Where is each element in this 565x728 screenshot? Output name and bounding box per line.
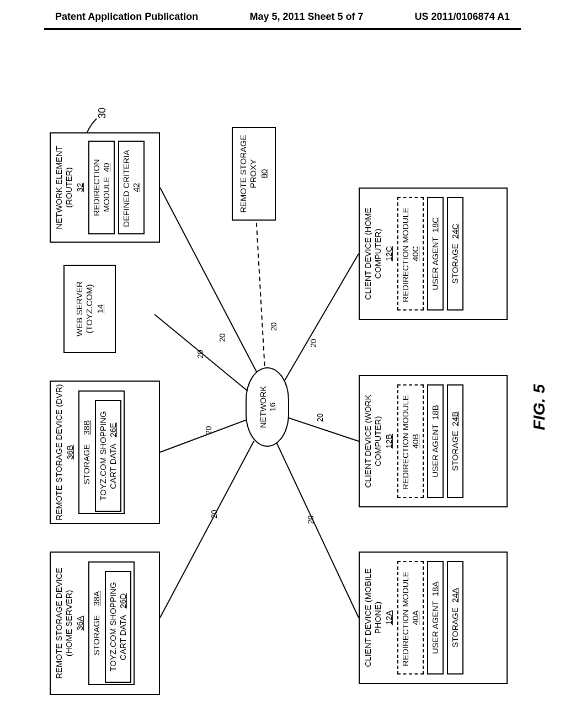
netelem-title: NETWORK ELEMENT (ROUTER) [54,136,74,239]
client-device-c: CLIENT DEVICE (HOME COMPUTER) 12C REDIRE… [359,188,508,320]
conn-label-1: 20 [210,510,218,518]
rsd-b-storage-ref: 38B [82,420,91,435]
rsd-b-data: TOYZ.COM SHOPPING CART DATA 26E [95,400,121,511]
svg-line-1 [160,419,248,452]
figure-area: 20 20 20 20 20 20 20 20 30 REMOTE STORAG… [0,66,565,728]
client-a-ua-ref: 18A [430,581,440,596]
figure-caption: FIG. 5 [530,384,548,430]
web-server-title: WEB SERVER (TOYZ.COM) [74,268,94,350]
client-b-redir: REDIRECTION MODULE 40B [397,384,424,497]
client-b-redir-label: REDIRECTION MODULE [401,395,410,490]
netelem-redir-ref: 40 [102,163,111,172]
client-c-redir: REDIRECTION MODULE 40C [397,197,424,310]
remote-storage-a: REMOTE STORAGE DEVICE (HOME SERVER) 36A … [50,552,160,695]
conn-label-3: 20 [196,350,205,358]
svg-line-5 [276,441,359,618]
network-cloud: NETWORK 16 [246,367,289,447]
client-a-redir: REDIRECTION MODULE 40A [397,561,424,674]
client-a-ref: 12A [384,611,394,625]
conn-label-5: 20 [269,322,278,331]
conn-label-4: 20 [218,333,227,342]
svg-line-0 [160,441,254,618]
client-b-storage: STORAGE 24B [447,384,463,497]
client-b-ua-label: USER AGENT [430,424,440,477]
netelem-criteria-ref: 42 [131,183,141,192]
client-c-title: CLIENT DEVICE (HOME COMPUTER) [363,191,383,317]
netelem-ref: 32 [75,183,85,192]
remote-storage-proxy: REMOTE STORAGE PROXY 80 [232,127,276,221]
client-c-redir-ref: 40C [411,246,420,261]
client-c-redir-label: REDIRECTION MODULE [401,207,410,302]
client-c-st-ref: 24C [450,224,460,239]
cloud-label: NETWORK [258,386,268,429]
header-left: Patent Application Publication [55,11,198,23]
rsd-a-data-ref: 26D [118,593,127,609]
client-c-storage: STORAGE 24C [447,197,463,310]
rsd-a-storage-label: STORAGE [92,615,101,655]
client-a-storage: STORAGE 24A [447,561,463,674]
client-b-ref: 12B [384,434,394,449]
conn-label-6: 20 [306,515,315,524]
rsd-a-storage-ref: 38A [92,591,101,606]
client-a-st-ref: 24A [450,588,460,603]
client-b-redir-ref: 40B [411,434,420,449]
page-header: Patent Application Publication May 5, 20… [0,0,565,28]
conn-label-2: 20 [204,426,213,435]
rsd-a-storage: STORAGE 38A TOYZ.COM SHOPPING CART DATA … [88,561,135,684]
client-b-st-ref: 24B [450,411,460,426]
rsd-b-storage: STORAGE 38B TOYZ.COM SHOPPING CART DATA … [78,390,125,513]
client-a-ua-label: USER AGENT [430,601,440,654]
client-b-ua: USER AGENT 18B [427,384,444,497]
conn-label-7: 20 [316,413,324,422]
cloud-ref: 16 [268,403,277,412]
client-c-ua-ref: 18C [430,217,440,233]
client-b-st-label: STORAGE [450,431,460,471]
rsd-a-data: TOYZ.COM SHOPPING CART DATA 26D [105,571,131,682]
netelem-redir: REDIRECTION MODULE 40 [88,141,115,234]
client-a-redir-ref: 40A [411,611,420,625]
web-server: WEB SERVER (TOYZ.COM) 14 [63,265,116,353]
rsd-b-data-ref: 26E [108,422,118,437]
client-device-b: CLIENT DEVICE (WORK COMPUTER) 12B REDIRE… [359,375,508,507]
rsd-b-storage-label: STORAGE [82,444,91,484]
header-center: May 5, 2011 Sheet 5 of 7 [249,11,363,23]
header-right: US 2011/0106874 A1 [415,11,510,23]
client-device-a: CLIENT DEVICE (MOBILE PHONE) 12A REDIREC… [359,552,508,684]
rsd-b-title: REMOTE STORAGE DEVICE (DVR) [54,384,64,520]
client-c-ua: USER AGENT 18C [427,197,444,310]
netelem-criteria: DEFINED CRITERIA 42 [118,141,145,234]
conn-label-8: 20 [309,339,318,347]
client-a-redir-label: REDIRECTION MODULE [401,571,410,666]
client-c-ref: 12C [384,246,394,261]
rsd-b-ref: 36B [65,445,75,460]
header-rule [44,28,521,30]
rsd-a-ref: 36A [75,616,85,631]
remote-storage-b: REMOTE STORAGE DEVICE (DVR) 36B STORAGE … [50,381,160,524]
proxy-ref: 80 [259,169,269,179]
proxy-title: REMOTE STORAGE PROXY [238,130,258,217]
system-ref: 30 [97,108,108,119]
rsd-a-title: REMOTE STORAGE DEVICE (HOME SERVER) [54,555,74,692]
client-c-ua-label: USER AGENT [430,237,440,290]
figure-rotated: 20 20 20 20 20 20 20 20 30 REMOTE STORAG… [0,66,565,728]
client-b-ua-ref: 18B [430,405,440,420]
client-a-ua: USER AGENT 18A [427,561,444,674]
web-server-ref: 14 [95,304,105,314]
client-c-st-label: STORAGE [450,243,460,283]
client-a-title: CLIENT DEVICE (MOBILE PHONE) [363,555,383,681]
network-element: NETWORK ELEMENT (ROUTER) 32 REDIRECTION … [50,132,160,243]
svg-line-7 [281,254,359,386]
client-b-title: CLIENT DEVICE (WORK COMPUTER) [363,378,383,504]
client-a-st-label: STORAGE [450,607,460,647]
netelem-criteria-label: DEFINED CRITERIA [121,151,131,227]
